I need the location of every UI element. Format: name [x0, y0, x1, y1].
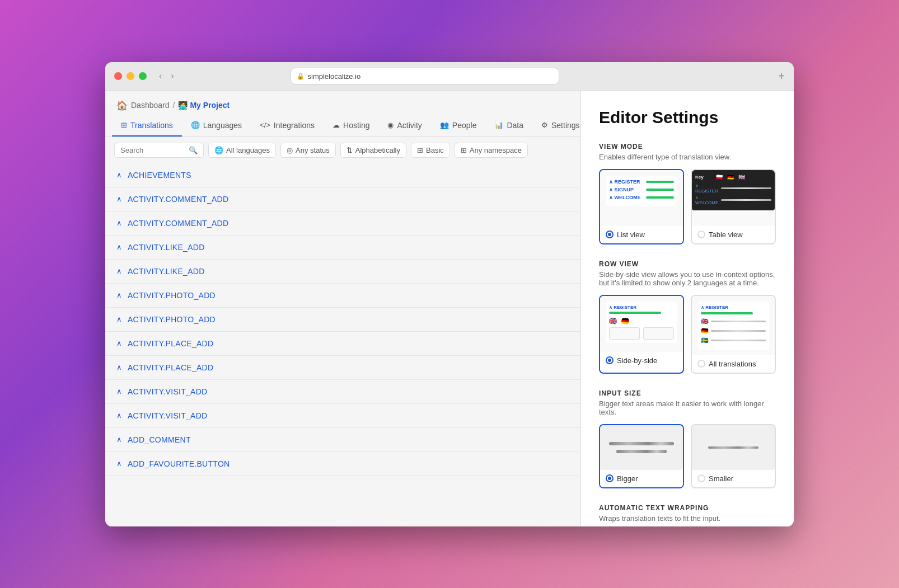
tab-data[interactable]: 📊 Data [485, 115, 532, 137]
alltranslations-label: All translations [692, 355, 775, 373]
chevron-icon: ∧ [116, 219, 122, 227]
smaller-option[interactable]: Smaller [691, 424, 776, 488]
sidebyside-option[interactable]: ∧ REGISTER 🇬🇧 🇩🇪 [599, 295, 684, 374]
nav-tabs: ⊞ Translations 🌐 Languages </> Integrati… [105, 115, 580, 137]
translation-item[interactable]: ∧ ACTIVITY.LIKE_ADD [105, 260, 580, 284]
app-window: ‹ › 🔒 simplelocalize.io + 🏠 Dashboard / … [105, 62, 794, 526]
alltranslations-option[interactable]: ∧ REGISTER 🇬🇧 🇩🇪 [691, 295, 776, 374]
url-text: simplelocalize.io [308, 72, 361, 81]
status-filter[interactable]: ◎ Any status [280, 143, 336, 158]
new-tab-button[interactable]: + [778, 70, 785, 83]
translation-item[interactable]: ∧ ACTIVITY.COMMENT_ADD [105, 187, 580, 211]
list-view-label: List view [600, 226, 683, 243]
translation-item[interactable]: ∧ ACTIVITY.PHOTO_ADD [105, 308, 580, 332]
translation-item[interactable]: ∧ ACTIVITY.COMMENT_ADD [105, 211, 580, 236]
translation-item[interactable]: ∧ ACTIVITY.PLACE_ADD [105, 356, 580, 380]
tab-translations[interactable]: ⊞ Translations [112, 115, 182, 137]
chevron-icon: ∧ [116, 243, 122, 251]
project-name: 🧑‍💻 My Project [178, 101, 230, 110]
alltranslations-preview: ∧ REGISTER 🇬🇧 🇩🇪 [692, 296, 775, 355]
table-view-option[interactable]: Key 🇵🇱 🇩🇪 🇬🇧 ∧ REGISTER [691, 169, 776, 244]
translation-key: ACTIVITY.PLACE_ADD [128, 363, 213, 372]
list-view-radio[interactable] [606, 231, 614, 238]
translation-item[interactable]: ∧ ACTIVITY.PLACE_ADD [105, 332, 580, 356]
input-size-heading: INPUT SIZE [599, 389, 776, 397]
dashboard-link[interactable]: Dashboard [131, 101, 170, 110]
view-mode-section: VIEW MODE Enables different type of tran… [599, 143, 776, 244]
bigger-option[interactable]: Bigger [599, 424, 684, 488]
namespace-icon: ⊞ [461, 146, 467, 154]
bigger-radio[interactable] [606, 474, 614, 482]
view-filter[interactable]: ⊞ Basic [411, 143, 450, 158]
chevron-icon: ∧ [116, 387, 122, 396]
chevron-icon: ∧ [116, 411, 122, 420]
tab-languages[interactable]: 🌐 Languages [182, 115, 251, 137]
smaller-radio[interactable] [697, 474, 705, 482]
fullscreen-button[interactable] [139, 72, 147, 80]
hosting-icon: ☁ [333, 121, 340, 129]
language-filter[interactable]: 🌐 All languages [208, 143, 276, 158]
close-button[interactable] [114, 72, 122, 80]
translation-item[interactable]: ∧ ACTIVITY.PHOTO_ADD [105, 284, 580, 308]
translation-key: ACTIVITY.PHOTO_ADD [128, 291, 216, 300]
breadcrumb-separator: / [173, 101, 175, 110]
tab-settings[interactable]: ⚙ Settings [532, 115, 589, 137]
row-view-heading: ROW VIEW [599, 260, 776, 268]
smaller-preview [692, 425, 775, 470]
minimize-button[interactable] [127, 72, 134, 80]
tab-hosting[interactable]: ☁ Hosting [324, 115, 378, 137]
translations-icon: ⊞ [121, 121, 127, 129]
status-filter-icon: ◎ [287, 146, 293, 154]
translation-item[interactable]: ∧ ADD_COMMENT [105, 428, 580, 452]
input-size-section: INPUT SIZE Bigger text areas make it eas… [599, 389, 776, 488]
chevron-icon: ∧ [116, 435, 122, 444]
tab-people[interactable]: 👥 People [431, 115, 486, 137]
translation-list: ∧ ACHIEVEMENTS ∧ ACTIVITY.COMMENT_ADD ∧ … [105, 163, 580, 526]
translation-key: ACTIVITY.VISIT_ADD [128, 387, 207, 396]
left-panel: 🏠 Dashboard / 🧑‍💻 My Project ⊞ Translati… [105, 91, 581, 526]
editor-title: Editor Settings [599, 108, 776, 127]
search-icon: 🔍 [189, 146, 198, 154]
tab-activity[interactable]: ◉ Activity [378, 115, 430, 137]
tab-integrations[interactable]: </> Integrations [251, 115, 324, 137]
row-view-desc: Side-by-side view allows you to use in-c… [599, 270, 776, 287]
list-view-option[interactable]: ∧ REGISTER ∧ SIGNUP ∧ WELCOME [599, 169, 684, 244]
project-icon: 🧑‍💻 [178, 101, 188, 110]
sidebyside-radio[interactable] [606, 356, 614, 364]
translation-key: ACTIVITY.COMMENT_ADD [128, 219, 228, 228]
search-box[interactable]: 🔍 [114, 143, 204, 158]
settings-icon: ⚙ [541, 121, 548, 129]
table-view-preview: Key 🇵🇱 🇩🇪 🇬🇧 ∧ REGISTER [692, 170, 775, 226]
auto-wrap-heading: AUTOMATIC TEXT WRAPPING [599, 504, 776, 512]
translation-key: ADD_FAVOURITE.BUTTON [128, 459, 230, 468]
input-size-options: Bigger Smaller [599, 424, 776, 488]
chevron-icon: ∧ [116, 315, 122, 323]
chevron-icon: ∧ [116, 363, 122, 371]
translation-item[interactable]: ∧ ACTIVITY.VISIT_ADD [105, 404, 580, 428]
namespace-filter[interactable]: ⊞ Any namespace [455, 143, 528, 158]
translation-item[interactable]: ∧ ACHIEVEMENTS [105, 163, 580, 187]
view-mode-heading: VIEW MODE [599, 143, 776, 150]
search-input[interactable] [120, 146, 185, 154]
translation-item[interactable]: ∧ ACTIVITY.LIKE_ADD [105, 236, 580, 260]
back-button[interactable]: ‹ [156, 69, 165, 83]
chevron-icon: ∧ [116, 171, 122, 179]
nav-arrows: ‹ › [156, 69, 177, 83]
translation-item[interactable]: ∧ ACTIVITY.VISIT_ADD [105, 380, 580, 404]
alltranslations-radio[interactable] [697, 360, 705, 368]
table-view-radio[interactable] [697, 231, 705, 238]
translation-key: ADD_COMMENT [128, 435, 191, 444]
forward-button[interactable]: › [167, 69, 177, 83]
translation-item[interactable]: ∧ ADD_FAVOURITE.BUTTON [105, 452, 580, 476]
bigger-label: Bigger [600, 470, 683, 487]
titlebar: ‹ › 🔒 simplelocalize.io + [105, 62, 794, 91]
sort-filter[interactable]: ⇅ Alphabetically [340, 143, 406, 158]
home-icon: 🏠 [116, 100, 128, 111]
data-icon: 📊 [494, 121, 503, 129]
translation-key: ACTIVITY.COMMENT_ADD [128, 195, 228, 204]
translation-key: ACTIVITY.LIKE_ADD [128, 267, 205, 276]
row-view-options: ∧ REGISTER 🇬🇧 🇩🇪 [599, 295, 776, 374]
input-size-desc: Bigger text areas make it easier to work… [599, 399, 776, 416]
toolbar: 🔍 🌐 All languages ◎ Any status ⇅ Alphabe… [105, 137, 580, 163]
url-bar[interactable]: 🔒 simplelocalize.io [291, 68, 559, 84]
